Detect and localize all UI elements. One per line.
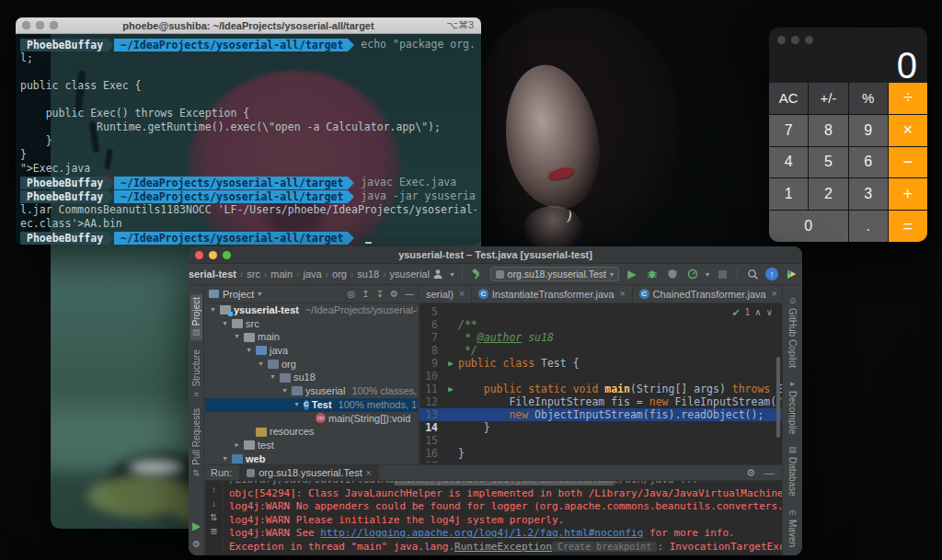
code-line-10[interactable]: 10 xyxy=(419,370,782,383)
tree-row-resources[interactable]: resources xyxy=(205,425,418,439)
close-icon[interactable]: × xyxy=(459,289,465,299)
calc-button-8[interactable]: 8 xyxy=(809,115,847,146)
console-action-icon[interactable]: ⚙ xyxy=(192,539,201,549)
editor-code[interactable]: ✔ 1 ∧ ∨ 56/**7 * @author su188 */9▶publi… xyxy=(419,303,782,463)
chevron-down-icon[interactable]: ▾ xyxy=(451,270,454,279)
console-gutter-icon[interactable]: ≣ xyxy=(210,526,217,536)
project-header-icon[interactable]: — xyxy=(405,289,414,299)
tree-chevron-icon[interactable]: ▾ xyxy=(233,330,241,344)
console-gutter-icon[interactable]: ↑ xyxy=(212,485,216,495)
calc-button-5[interactable]: 5 xyxy=(809,147,847,178)
code-line-13[interactable]: 13 new ObjectInputStream(fis).readObject… xyxy=(419,408,782,421)
terminal-window[interactable]: phoebe@sushiba: ~/IdeaProjects/ysoserial… xyxy=(16,17,481,245)
chevron-down-icon[interactable]: ▾ xyxy=(258,290,261,298)
project-pane-header[interactable]: Project ▾ ◎↥↧⚙— xyxy=(205,285,418,303)
tree-chevron-icon[interactable]: ▾ xyxy=(245,344,253,358)
calc-button-9[interactable]: 9 xyxy=(849,115,888,146)
console-gutter-icon[interactable]: ⇅ xyxy=(210,512,217,522)
run-configuration-select[interactable]: org.su18.ysuserial.Test ▾ xyxy=(490,267,619,281)
close-icon[interactable]: × xyxy=(772,289,777,299)
project-header-icon[interactable]: ◎ xyxy=(348,289,356,299)
code-line-15[interactable]: 15 xyxy=(419,434,782,447)
run-console-header[interactable]: Run: org.su18.ysuserial.Test × ⚙ — xyxy=(205,465,782,481)
build-hammer-icon[interactable] xyxy=(470,267,485,281)
project-header-icon[interactable]: ↥ xyxy=(362,289,369,299)
coverage-shield-icon[interactable] xyxy=(665,267,680,281)
editor-area[interactable]: serial)×CInstantiateTransformer.java×CCh… xyxy=(419,285,782,464)
code-line-17[interactable]: 17 xyxy=(419,460,782,463)
code-line-7[interactable]: 7 * @author su18 xyxy=(419,331,782,344)
project-header-icon[interactable]: ↧ xyxy=(376,289,384,299)
code-line-14[interactable]: 14 } xyxy=(419,421,782,434)
tree-chevron-icon[interactable]: ▾ xyxy=(269,371,277,384)
console-stripe-icons[interactable]: ▶⚙■◎ xyxy=(189,520,204,555)
project-tool-window[interactable]: Project ▾ ◎↥↧⚙— ▾ysuserial-test~/IdeaPro… xyxy=(205,285,419,464)
user-icon[interactable] xyxy=(431,267,445,281)
tree-row-su18[interactable]: ▾su18 xyxy=(205,371,418,384)
calc-button-%[interactable]: % xyxy=(849,83,888,114)
breadcrumb-item-src[interactable]: src xyxy=(247,269,260,280)
tree-row-ysuserial-test[interactable]: ▾ysuserial-test~/IdeaProjects/ysuserial-… xyxy=(205,303,418,317)
console-gutter-icons[interactable]: ↑↓⇅≣ xyxy=(205,481,224,555)
update-icon[interactable]: ↑ xyxy=(765,268,778,280)
console-scrollbar[interactable] xyxy=(394,481,615,486)
calc-button-÷[interactable]: ÷ xyxy=(889,83,927,114)
sidebar-item-structure[interactable]: ≡Structure xyxy=(191,349,201,399)
calc-button-0[interactable]: 0 xyxy=(769,211,848,242)
tree-row-test[interactable]: ▸test xyxy=(205,439,418,452)
code-line-8[interactable]: 8 */ xyxy=(419,344,782,357)
tree-row-web[interactable]: ▾web xyxy=(205,452,418,464)
code-line-11[interactable]: 11▶ public static void main(String[] arg… xyxy=(419,383,782,395)
chevron-down-icon[interactable]: ▾ xyxy=(706,270,709,279)
breadcrumb-item-serial-test[interactable]: serial-test xyxy=(189,269,236,280)
run-console[interactable]: Run: org.su18.ysuserial.Test × ⚙ — ↑↓⇅≣ … xyxy=(205,464,782,555)
calc-button-+/-[interactable]: +/- xyxy=(809,83,847,114)
terminal-output[interactable]: PhoebeBuffay~/IdeaProjects/ysoserial-all… xyxy=(16,34,481,245)
calc-button-4[interactable]: 4 xyxy=(769,147,808,178)
tree-row-org[interactable]: ▾org xyxy=(205,358,418,371)
calc-button-2[interactable]: 2 xyxy=(809,178,847,210)
project-tree[interactable]: ▾ysuserial-test~/IdeaProjects/ysuserial-… xyxy=(205,303,418,464)
calculator-window[interactable]: 0 AC+/-%÷789×456−123+0.= xyxy=(769,28,927,242)
debug-bug-icon[interactable] xyxy=(645,267,660,281)
minimize-button[interactable] xyxy=(791,36,799,44)
sidebar-item-github-copilot[interactable]: ⊙GitHub Copilot xyxy=(787,296,798,368)
calc-button-−[interactable]: − xyxy=(889,147,927,178)
breadcrumb-item-ysuserial[interactable]: ysuserial xyxy=(390,269,430,280)
sidebar-item-pull-requests[interactable]: ⇅Pull Requests xyxy=(191,408,201,477)
run-console-tab[interactable]: org.su18.ysuserial.Test × xyxy=(239,465,378,481)
terminal-titlebar[interactable]: phoebe@sushiba: ~/IdeaProjects/ysoserial… xyxy=(16,17,481,34)
gradle-play-icon[interactable] xyxy=(784,267,798,281)
tab-ChainedTransformer.java[interactable]: CChainedTransformer.java× xyxy=(633,285,785,303)
tree-row-main(String[]):void[interactable]: mmain(String[]):void xyxy=(205,412,418,426)
console-action-icon[interactable]: ▶ xyxy=(192,520,201,532)
breadcrumb[interactable]: serial-test›src›main›java›org›su18›ysuse… xyxy=(189,269,431,280)
code-line-12[interactable]: 12 FileInputStream fis = new FileInputSt… xyxy=(419,395,782,408)
gear-icon[interactable]: ⚙ xyxy=(746,467,755,479)
run-arrow-icon[interactable]: ▶ xyxy=(443,383,458,395)
run-arrow-icon[interactable]: ▶ xyxy=(443,357,458,370)
calc-button-=[interactable]: = xyxy=(889,211,927,242)
editor-scrollbar[interactable] xyxy=(776,357,780,438)
calc-button-6[interactable]: 6 xyxy=(849,147,888,178)
close-icon[interactable]: × xyxy=(366,468,372,478)
tree-chevron-icon[interactable]: ▾ xyxy=(221,317,229,331)
calc-button-7[interactable]: 7 xyxy=(769,115,808,146)
console-gutter-icon[interactable]: ↓ xyxy=(212,498,216,509)
project-header-icon[interactable]: ⚙ xyxy=(390,289,398,299)
breadcrumb-item-org[interactable]: org xyxy=(332,269,347,280)
sidebar-item-decompile[interactable]: ▸Decompile xyxy=(787,379,798,434)
right-tool-window-bar[interactable]: ⊙GitHub Copilot▸Decompile▤DatabasemMaven xyxy=(782,285,802,555)
code-line-6[interactable]: 6/** xyxy=(419,318,782,331)
prev-issue-icon[interactable]: ∧ xyxy=(754,306,761,319)
ide-titlebar[interactable]: ysuserial-test – Test.java [ysuserial-te… xyxy=(189,246,802,264)
breadcrumb-item-main[interactable]: main xyxy=(270,269,293,280)
calculator-window-controls[interactable] xyxy=(777,36,813,44)
breadcrumb-item-java[interactable]: java xyxy=(304,269,322,280)
calc-button-3[interactable]: 3 xyxy=(849,178,888,210)
editor-tabbar[interactable]: serial)×CInstantiateTransformer.java×CCh… xyxy=(419,285,782,303)
tab-InstantiateTransformer.java[interactable]: CInstantiateTransformer.java× xyxy=(472,285,633,303)
run-console-body[interactable]: ↑↓⇅≣ /Library/Java/JavaVirtualMachines/j… xyxy=(205,481,782,555)
sidebar-item-maven[interactable]: mMaven xyxy=(787,508,798,547)
tree-chevron-icon[interactable]: ▸ xyxy=(233,439,241,452)
